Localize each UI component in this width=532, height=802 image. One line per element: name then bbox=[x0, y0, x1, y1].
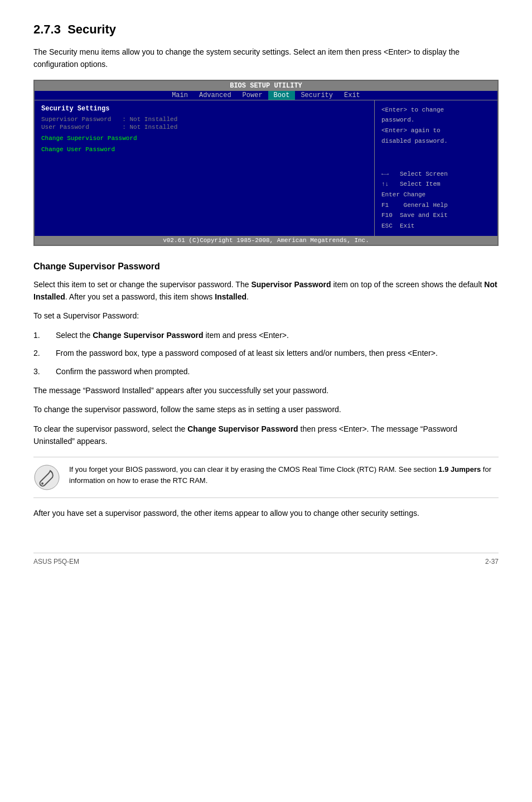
bios-key-help: ←→ Select Screen ↑↓ Select Item Enter Ch… bbox=[381, 169, 491, 231]
bios-tab-security: Security bbox=[295, 91, 338, 100]
bios-change-supervisor: Change Supervisor Password bbox=[41, 135, 367, 142]
bios-content-area: Security Settings Supervisor Password : … bbox=[35, 100, 497, 236]
bios-right-panel: <Enter> to change password. <Enter> agai… bbox=[375, 100, 497, 236]
step-1-text: Select the Change Supervisor Password it… bbox=[56, 329, 499, 341]
footer-right: 2-37 bbox=[485, 558, 499, 566]
bios-tab-advanced: Advanced bbox=[194, 91, 237, 100]
step-3-text: Confirm the password when prompted. bbox=[56, 365, 499, 378]
step-2: 2. From the password box, type a passwor… bbox=[33, 347, 499, 359]
change-supervisor-title: Change Supervisor Password bbox=[33, 262, 499, 272]
bios-tab-boot: Boot bbox=[268, 91, 296, 100]
supervisor-steps: 1. Select the Change Supervisor Password… bbox=[33, 329, 499, 378]
intro-paragraph: The Security menu items allow you to cha… bbox=[33, 46, 499, 71]
step-1-num: 1. bbox=[33, 329, 56, 341]
supervisor-para1: Select this item to set or change the su… bbox=[33, 278, 499, 303]
step-3-num: 3. bbox=[33, 365, 56, 378]
bios-user-password: User Password : Not Installed bbox=[41, 124, 367, 131]
bios-left-panel: Security Settings Supervisor Password : … bbox=[35, 100, 375, 236]
bios-change-user: Change User Password bbox=[41, 146, 367, 153]
page-footer: ASUS P5Q-EM 2-37 bbox=[33, 553, 499, 566]
bios-footer: v02.61 (C)Copyright 1985-2008, American … bbox=[35, 236, 497, 245]
bios-supervisor-password: Supervisor Password : Not Installed bbox=[41, 116, 367, 123]
supervisor-para5: To clear the supervisor password, select… bbox=[33, 423, 499, 448]
bios-tab-main: Main bbox=[166, 91, 194, 100]
section-title: 2.7.3 Security bbox=[33, 22, 499, 37]
bios-screenshot: BIOS SETUP UTILITY Main Advanced Power B… bbox=[33, 80, 499, 246]
step-1: 1. Select the Change Supervisor Password… bbox=[33, 329, 499, 341]
note-box: If you forget your BIOS password, you ca… bbox=[33, 457, 499, 498]
supervisor-para4: To change the supervisor password, follo… bbox=[33, 403, 499, 416]
step-2-num: 2. bbox=[33, 347, 56, 359]
supervisor-para6: After you have set a supervisor password… bbox=[33, 507, 499, 519]
svg-point-1 bbox=[41, 482, 43, 485]
note-icon bbox=[33, 464, 60, 491]
supervisor-para2: To set a Supervisor Password: bbox=[33, 310, 499, 322]
bios-tab-exit: Exit bbox=[338, 91, 366, 100]
bios-help-text: <Enter> to change password. <Enter> agai… bbox=[381, 105, 491, 147]
bios-tab-bar: Main Advanced Power Boot Security Exit bbox=[35, 91, 497, 100]
step-2-text: From the password box, type a password c… bbox=[56, 347, 499, 359]
step-3: 3. Confirm the password when prompted. bbox=[33, 365, 499, 378]
footer-left: ASUS P5Q-EM bbox=[33, 558, 79, 566]
note-text: If you forget your BIOS password, you ca… bbox=[69, 464, 499, 487]
svg-point-0 bbox=[35, 465, 59, 490]
bios-title: BIOS SETUP UTILITY bbox=[35, 81, 497, 91]
supervisor-para3: The message “Password Installed” appears… bbox=[33, 384, 499, 397]
bios-tab-power: Power bbox=[237, 91, 268, 100]
bios-security-header: Security Settings bbox=[41, 105, 367, 113]
